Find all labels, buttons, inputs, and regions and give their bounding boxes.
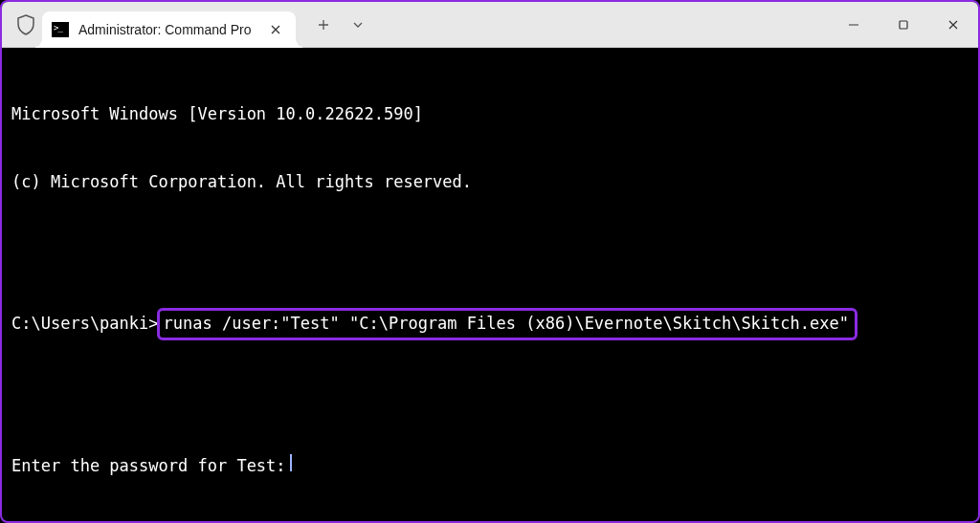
close-button[interactable]: [928, 2, 978, 47]
titlebar: Administrator: Command Pro: [2, 2, 978, 48]
tab-active[interactable]: Administrator: Command Pro: [42, 11, 296, 48]
password-prompt: Enter the password for Test:: [11, 455, 286, 478]
highlighted-command: runas /user:"Test" "C:\Program Files (x8…: [157, 308, 858, 340]
password-prompt-line: Enter the password for Test:: [11, 454, 969, 478]
minimize-button[interactable]: [829, 2, 879, 47]
command-text: runas /user:"Test" "C:\Program Files (x8…: [164, 314, 849, 333]
version-line: Microsoft Windows [Version 10.0.22622.59…: [11, 103, 969, 126]
terminal-output[interactable]: Microsoft Windows [Version 10.0.22622.59…: [2, 48, 978, 511]
maximize-button[interactable]: [879, 2, 928, 47]
tab-close-button[interactable]: [267, 21, 284, 38]
copyright-line: (c) Microsoft Corporation. All rights re…: [11, 171, 969, 194]
cmd-icon: [52, 22, 69, 37]
window-controls: [829, 2, 978, 47]
cursor: [290, 454, 292, 471]
svg-rect-0: [900, 21, 907, 29]
shield-icon: [15, 14, 36, 35]
tab-title: Administrator: Command Pro: [78, 22, 267, 37]
new-tab-button[interactable]: [309, 11, 338, 39]
command-line: C:\Users\panki>runas /user:"Test" "C:\Pr…: [11, 308, 969, 340]
prompt-path: C:\Users\panki>: [11, 313, 159, 336]
tab-dropdown-button[interactable]: [344, 11, 372, 39]
